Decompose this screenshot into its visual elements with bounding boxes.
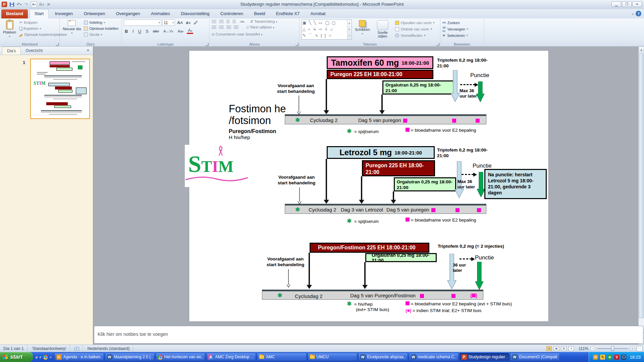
puregon-box-1[interactable]: Puregon 225 EH 18:00-21:00 [327, 70, 433, 79]
tab-animaties[interactable]: Animaties [146, 9, 175, 19]
change-case-button[interactable]: Aa▾ [177, 29, 184, 33]
triptofem-label-1[interactable]: Triptofem 0,2 mg 18:00-21:00 [437, 57, 491, 69]
arrange-button[interactable]: Schikken ▾ [354, 19, 371, 40]
voorafgaand-label-3[interactable]: Voorafgaand aan start behandeling [262, 256, 309, 267]
tab-endnote[interactable]: EndNote X7 [271, 9, 304, 19]
layout-button[interactable]: Indeling▾ [84, 19, 118, 25]
uur36-label-3[interactable]: 36 uur later [453, 262, 466, 273]
zoom-in-icon[interactable]: + [630, 346, 635, 351]
punctie-label-1[interactable]: Punctie [470, 72, 489, 79]
voorafgaand-label-1[interactable]: Voorafgaand aan start behandeling [272, 83, 319, 94]
green-block-arrow-3[interactable] [475, 262, 484, 290]
puregon-fostimon-box[interactable]: Puregon/Fostimon 225 EH 18:00-21:00 [310, 243, 429, 253]
select-button[interactable]: ➤Selecteren▾ [442, 32, 482, 39]
find-button[interactable]: ⚯Zoeken [442, 19, 482, 26]
align-text-button[interactable]: ⌸ Tekst uitlijnen ▾ [247, 25, 274, 29]
justify-icon[interactable] [234, 25, 238, 29]
puregon-box-2[interactable]: Puregon 225 EH 18:00-21:00 [362, 160, 435, 176]
shape-effects-button[interactable]: Vormeffecten▾ [395, 32, 435, 39]
tab-overzicht-pane[interactable]: Overzicht [21, 47, 47, 55]
notes-panel[interactable]: Klik hier om notities toe te voegen [94, 326, 643, 344]
max36-label-1[interactable]: Max 36 uur later [460, 88, 481, 99]
smartart-button[interactable]: ⎆ Converteren naar SmartArt ▾ [212, 32, 262, 36]
max36-label-2[interactable]: Max 36 uur later [458, 179, 476, 190]
character-spacing-button[interactable]: A↔V▾ [162, 29, 174, 33]
decrease-indent-icon[interactable] [226, 20, 230, 23]
stim-logo[interactable]: S T I M [185, 145, 249, 187]
font-color-button[interactable]: A▾ [187, 28, 193, 34]
fit-to-window-icon[interactable]: ⛶ [637, 346, 643, 351]
tab-invoegen[interactable]: Invoegen [50, 9, 78, 19]
letrozol-box[interactable]: Letrozol 5 mg 18:00-21:00 [327, 146, 435, 159]
taskbar-item-amc-folder[interactable]: AMC [257, 353, 307, 361]
zoom-slider-thumb[interactable] [611, 346, 614, 351]
taskbar-item-umcu-folder[interactable]: UMCU [308, 353, 357, 361]
taskbar-item-agenda[interactable]: OAgenda - e.m.balken... [54, 353, 104, 361]
internet-explorer-icon[interactable]: e [36, 354, 38, 360]
timeline-bar-1[interactable]: ✱ Cyclusdag 2 Dag 5 van puregon [285, 114, 486, 124]
zoom-level[interactable]: 111% [579, 346, 588, 351]
underline-button[interactable]: U [137, 29, 142, 34]
scrollbar-thumb[interactable] [639, 53, 644, 318]
vertical-scrollbar[interactable]: ▲ ▼ ▲▲ ▼▼ [638, 47, 644, 345]
fostimon-text-block[interactable]: Fostimon he /fotsimon Puregon/Fostimon H… [229, 103, 286, 140]
reading-view-icon[interactable]: ▥ [561, 346, 567, 351]
outlook-tray-icon[interactable]: O [593, 355, 598, 360]
close-button[interactable]: ✕ [632, 1, 642, 7]
tray-icon-yellow[interactable]: ✎ [600, 355, 605, 360]
slide-thumbnail[interactable]: STIM [30, 59, 90, 119]
taskbar-item-medicatie[interactable]: Wmedicatie schema C... [409, 353, 459, 361]
normal-view-icon[interactable]: ▤ [546, 346, 552, 351]
bullets-icon[interactable] [212, 20, 216, 23]
bold-button[interactable]: B [124, 29, 129, 34]
strikethrough-button[interactable]: abe [152, 29, 160, 33]
taskbar-item-invriezen[interactable]: Het invriezen van eic... [156, 353, 205, 361]
restore-button[interactable]: ❐ [622, 1, 632, 7]
orgalutran-box-3[interactable]: Orgalutran 0,25 mg 18:00-21:00 [365, 253, 437, 262]
chrome-icon[interactable] [43, 355, 48, 360]
dialog-launcher-icon[interactable] [206, 43, 209, 46]
tab-ontwerpen[interactable]: Ontwerpen [79, 9, 110, 19]
tab-start[interactable]: Start [30, 9, 49, 18]
shadow-button[interactable]: S [145, 29, 150, 34]
punctie-label-3[interactable]: Punctie [475, 254, 494, 261]
taskbar-item-document3[interactable]: WDocument3 (Compati... [510, 353, 560, 361]
shapes-gallery[interactable]: ▣ ╲ ╲ ▭ ◯ ▢ △ ⌐ ↳ ⇨ ⇩ ⌂ ✎ ⌒ ∿ { } ☆ ▴▾≡ [302, 19, 352, 40]
dialog-launcher-icon[interactable] [436, 43, 439, 46]
text-direction-button[interactable]: ⇵ Tekstrichting ▾ [250, 19, 277, 24]
triptofem-label-2[interactable]: Triptofem 0,2 mg 18:00-21:00 [437, 147, 491, 159]
voorafgaand-label-2[interactable]: Voorafgaand aan start behandeling [273, 174, 320, 186]
clear-formatting-button[interactable]: 🖉 [193, 20, 199, 25]
quick-styles-button[interactable]: Snelle stijlen [373, 19, 392, 40]
blue-block-arrow-1[interactable] [450, 70, 460, 102]
timeline-bar-3[interactable]: ✱ Cyclusdag 2 Dag 5 van Puregon/Fostimon… [262, 290, 483, 300]
dialog-launcher-icon[interactable] [296, 43, 299, 46]
tamoxifen-box[interactable]: Tamoxifen 60 mg 18:00-21:00 [327, 56, 433, 69]
orgalutran-box-2[interactable]: Orgalutran 0,25 mg 18:00-21:00 [394, 177, 456, 191]
section-button[interactable]: Sectie▾ [84, 32, 118, 38]
new-slide-button[interactable]: Nieuwe dia ▾ [62, 19, 82, 38]
tray-icon-green[interactable]: ✣ [607, 355, 612, 360]
orgalutran-box-1[interactable]: Orgalutran 0,25 mg 18:00-21:00 [382, 80, 454, 95]
timeline-bar-2[interactable]: ✱ Cyclusdag 2 Dag 3 van Letrozol Dag 5 v… [285, 204, 486, 214]
taskbar-item-maandplanning[interactable]: WMaandplanning 2.0 (... [105, 353, 155, 361]
help-icon[interactable]: ? [636, 11, 641, 16]
tab-beeld[interactable]: Beeld [249, 9, 270, 19]
tray-icon-antivirus[interactable]: V [614, 355, 619, 360]
shape-fill-button[interactable]: Opvullen van vorm▾ [395, 19, 435, 26]
reset-button[interactable]: Opnieuw instellen [84, 25, 118, 32]
triptofem-label-3[interactable]: Triptofem 0,2 mg (= 2 injecties) [438, 244, 504, 249]
punctie-label-2[interactable]: Punctie [473, 163, 492, 169]
slideshow-icon[interactable]: ⏵ [569, 346, 574, 351]
shrink-font-button[interactable]: A˅ [185, 21, 192, 25]
align-left-icon[interactable] [212, 25, 216, 29]
spellcheck-status[interactable]: ✓ [71, 345, 83, 353]
slide-sorter-icon[interactable]: ▦ [554, 346, 559, 351]
taskbar-item-eicelpunctie[interactable]: WEicelpunctie afspraa... [358, 353, 408, 361]
font-name-select[interactable]: ▾ [124, 19, 161, 26]
align-right-icon[interactable] [226, 25, 231, 29]
tab-bestand[interactable]: Bestand [1, 9, 28, 19]
language-status[interactable]: Nederlands (standaard) [84, 345, 133, 352]
shape-outline-button[interactable]: Omtrek van vorm▾ [395, 26, 435, 32]
tab-dias-pane[interactable]: Dia's [2, 47, 21, 55]
